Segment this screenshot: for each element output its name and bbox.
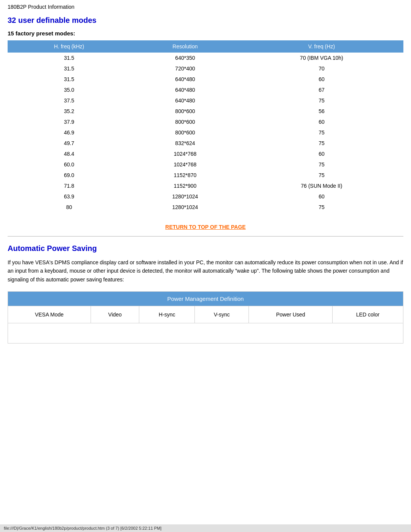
freq-row-hfreq: 37.5	[8, 95, 131, 106]
auto-power-title: Automatic Power Saving	[8, 244, 403, 253]
browser-bar-text: 180B2P Product Information	[8, 4, 75, 10]
power-table-header-row: Power Management Definition	[8, 292, 403, 306]
freq-row-resolution: 640*350	[131, 53, 240, 63]
freq-row-vfreq: 67	[240, 85, 403, 95]
power-mgmt-table: Power Management Definition VESA Mode Vi…	[8, 291, 403, 343]
freq-row-hfreq: 31.5	[8, 63, 131, 74]
freq-table-row: 801280*102475	[8, 202, 403, 212]
factory-preset-label: 15 factory preset modes:	[8, 30, 403, 37]
freq-row-vfreq: 75	[240, 138, 403, 149]
modes-section-title: 32 user definable modes	[8, 16, 403, 25]
freq-row-resolution: 800*600	[131, 117, 240, 127]
freq-row-vfreq: 70 (IBM VGA 10h)	[240, 53, 403, 63]
power-table-col-header-row: VESA Mode Video H-sync V-sync Power Used…	[8, 306, 403, 323]
freq-table-row: 31.5640*35070 (IBM VGA 10h)	[8, 53, 403, 63]
freq-table-row: 69.01152*87075	[8, 170, 403, 181]
freq-table-row: 63.91280*102460	[8, 191, 403, 202]
freq-row-vfreq: 60	[240, 191, 403, 202]
freq-row-hfreq: 71.8	[8, 181, 131, 191]
freq-row-hfreq: 35.2	[8, 106, 131, 117]
col-header-vesa: VESA Mode	[8, 306, 91, 323]
freq-row-hfreq: 35.0	[8, 85, 131, 95]
freq-row-vfreq: 60	[240, 149, 403, 159]
freq-table-row: 37.9800*60060	[8, 117, 403, 127]
freq-table-row: 35.2800*60056	[8, 106, 403, 117]
freq-row-resolution: 1280*1024	[131, 191, 240, 202]
freq-row-hfreq: 49.7	[8, 138, 131, 149]
freq-row-vfreq: 75	[240, 95, 403, 106]
freq-table-header-vfreq: V. freq (Hz)	[240, 40, 403, 53]
col-header-power-used: Power Used	[249, 306, 333, 323]
freq-table-row: 31.5720*40070	[8, 63, 403, 74]
col-header-video: Video	[91, 306, 139, 323]
power-saving-description: If you have VESA's DPMS compliance displ…	[8, 258, 403, 284]
freq-row-vfreq: 75	[240, 159, 403, 170]
freq-row-vfreq: 75	[240, 127, 403, 138]
footer-text: file:///D|/Grace/K1/english/180b2p/produ…	[4, 526, 161, 530]
section-divider	[8, 236, 403, 236]
freq-table-header-resolution: Resolution	[131, 40, 240, 53]
freq-row-hfreq: 31.5	[8, 53, 131, 63]
freq-row-vfreq: 76 (SUN Mode II)	[240, 181, 403, 191]
power-saving-section: Automatic Power Saving If you have VESA'…	[8, 244, 403, 343]
col-header-led: LED color	[332, 306, 403, 323]
footer-bar: file:///D|/Grace/K1/english/180b2p/produ…	[0, 524, 411, 532]
freq-table-row: 31.5640*48060	[8, 74, 403, 85]
return-link-container: RETURN TO TOP OF THE PAGE	[8, 224, 403, 230]
freq-row-vfreq: 60	[240, 74, 403, 85]
return-link[interactable]: RETURN TO TOP OF THE PAGE	[165, 224, 245, 230]
freq-row-resolution: 800*600	[131, 106, 240, 117]
freq-row-hfreq: 63.9	[8, 191, 131, 202]
power-table-empty-row	[8, 323, 403, 343]
freq-table-row: 49.7832*62475	[8, 138, 403, 149]
freq-row-vfreq: 56	[240, 106, 403, 117]
freq-table-row: 48.41024*76860	[8, 149, 403, 159]
freq-row-vfreq: 75	[240, 170, 403, 181]
freq-row-resolution: 1152*870	[131, 170, 240, 181]
freq-table-row: 35.0640*48067	[8, 85, 403, 95]
freq-row-hfreq: 37.9	[8, 117, 131, 127]
freq-row-hfreq: 48.4	[8, 149, 131, 159]
freq-table-row: 46.9800*60075	[8, 127, 403, 138]
freq-table-header-hfreq: H. freq (kHz)	[8, 40, 131, 53]
freq-row-resolution: 1024*768	[131, 159, 240, 170]
freq-table: H. freq (kHz) Resolution V. freq (Hz) 31…	[8, 40, 403, 212]
freq-row-vfreq: 70	[240, 63, 403, 74]
freq-row-hfreq: 31.5	[8, 74, 131, 85]
freq-row-resolution: 832*624	[131, 138, 240, 149]
freq-row-resolution: 720*400	[131, 63, 240, 74]
freq-table-row: 60.01024*76875	[8, 159, 403, 170]
power-table-header: Power Management Definition	[8, 292, 403, 306]
freq-row-resolution: 800*600	[131, 127, 240, 138]
freq-row-resolution: 640*480	[131, 74, 240, 85]
modes-section: 32 user definable modes 15 factory prese…	[8, 16, 403, 212]
freq-row-hfreq: 69.0	[8, 170, 131, 181]
freq-row-resolution: 1280*1024	[131, 202, 240, 212]
col-header-hsync: H-sync	[139, 306, 195, 323]
freq-row-resolution: 640*480	[131, 85, 240, 95]
browser-bar: 180B2P Product Information	[8, 4, 403, 10]
freq-row-resolution: 1152*900	[131, 181, 240, 191]
freq-row-hfreq: 80	[8, 202, 131, 212]
freq-table-row: 37.5640*48075	[8, 95, 403, 106]
freq-row-resolution: 1024*768	[131, 149, 240, 159]
freq-table-row: 71.81152*90076 (SUN Mode II)	[8, 181, 403, 191]
freq-table-header-row: H. freq (kHz) Resolution V. freq (Hz)	[8, 40, 403, 53]
freq-row-vfreq: 75	[240, 202, 403, 212]
freq-row-hfreq: 46.9	[8, 127, 131, 138]
freq-row-hfreq: 60.0	[8, 159, 131, 170]
freq-row-resolution: 640*480	[131, 95, 240, 106]
col-header-vsync: V-sync	[195, 306, 249, 323]
freq-row-vfreq: 60	[240, 117, 403, 127]
